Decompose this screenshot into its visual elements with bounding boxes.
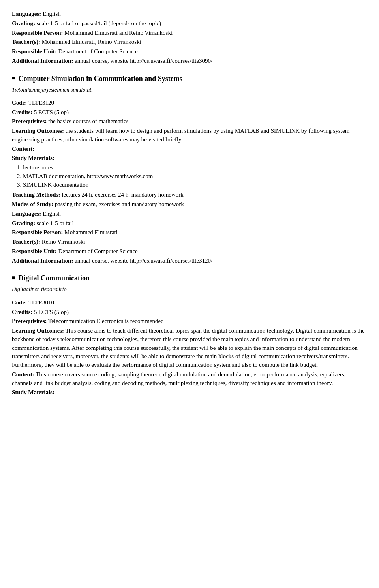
tlte3010-prerequisites-field: Prerequisites: Telecommunication Electro…	[12, 317, 367, 326]
tlte3120-teaching-methods-field: Teaching Methods: lectures 24 h, exercis…	[12, 191, 367, 199]
tlte3120-title-block: ■ Computer Simulation in Communication a…	[12, 73, 367, 84]
tlte3120-languages-value: English	[41, 210, 61, 217]
tlte3120-languages-field: Languages: English	[12, 210, 367, 218]
tlte3120-prerequisites-value: the basics courses of mathematics	[47, 118, 129, 124]
tlte3120-credits-label: Credits:	[12, 109, 32, 115]
tlte3010-learning-outcomes-value: This course aims to teach different theo…	[12, 327, 365, 368]
tlte3120-credits-value: 5 ECTS (5 op)	[32, 109, 69, 115]
grading-value: scale 1-5 or fail or passed/fail (depend…	[35, 20, 161, 26]
tlte3120-section: ■ Computer Simulation in Communication a…	[12, 73, 367, 265]
tlte3010-section: ■ Digital Communication Digitaalinen tie…	[12, 273, 367, 397]
additional-info-value: annual course, website http://cs.uwasa.f…	[73, 58, 212, 64]
tlte3120-teaching-methods-value: lectures 24 h, exercises 24 h, mandatory…	[60, 192, 183, 198]
tlte3010-study-materials-label: Study Materials:	[12, 389, 54, 395]
tlte3010-credits-label: Credits:	[12, 309, 32, 315]
grading-field: Grading: scale 1-5 or fail or passed/fai…	[12, 19, 367, 28]
course-icon: ■	[12, 74, 15, 82]
tlte3120-modes-of-study-label: Modes of Study:	[12, 201, 53, 207]
tlte3120-code-value: TLTE3120	[27, 100, 54, 106]
tlte3010-title-block: ■ Digital Communication	[12, 273, 367, 283]
tlte3120-content-field: Content:	[12, 145, 367, 154]
tlte3120-responsible-person-field: Responsible Person: Mohammed Elmusrati	[12, 228, 367, 237]
responsible-person-value: Mohammed Elmusrati and Reino Virrankoski	[63, 30, 173, 36]
teachers-value: Mohammed Elmusrati, Reino Virrankoski	[40, 39, 141, 45]
grading-label: Grading:	[12, 20, 35, 26]
tlte3120-subtitle: Tietoliikennejärjestelmien simulointi	[12, 86, 367, 94]
tlte3120-modes-of-study-field: Modes of Study: passing the exam, exerci…	[12, 200, 367, 209]
tlte3120-teachers-label: Teacher(s):	[12, 239, 40, 245]
languages-field: Languages: English	[12, 10, 367, 19]
tlte3120-modes-of-study-value: passing the exam, exercises and mandator…	[53, 201, 184, 207]
tlte3120-responsible-person-label: Responsible Person:	[12, 229, 63, 235]
tlte3010-credits-value: 5 ECTS (5 op)	[32, 309, 69, 315]
tlte3010-study-materials-field: Study Materials:	[12, 388, 367, 397]
tlte3120-responsible-unit-field: Responsible Unit: Department of Computer…	[12, 247, 367, 256]
responsible-unit-value: Department of Computer Science	[57, 48, 138, 54]
tlte3120-teachers-value: Reino Virrankoski	[40, 239, 85, 245]
tlte3120-teachers-field: Teacher(s): Reino Virrankoski	[12, 238, 367, 246]
list-item: lecture notes	[23, 163, 367, 172]
tlte3010-content-field: Content: This course covers source codin…	[12, 370, 367, 388]
teachers-field: Teacher(s): Mohammed Elmusrati, Reino Vi…	[12, 38, 367, 47]
tlte3010-credits-field: Credits: 5 ECTS (5 op)	[12, 308, 367, 317]
tlte3010-learning-outcomes-field: Learning Outcomes: This course aims to t…	[12, 327, 367, 370]
tlte3120-additional-info-value: annual course, website http://cs.uwasa.f…	[73, 257, 212, 264]
responsible-unit-field: Responsible Unit: Department of Computer…	[12, 47, 367, 56]
tlte3010-code-label: Code:	[12, 299, 27, 306]
tlte3120-grading-field: Grading: scale 1-5 or fail	[12, 219, 367, 228]
responsible-person-field: Responsible Person: Mohammed Elmusrati a…	[12, 29, 367, 38]
tlte3120-code-field: Code: TLTE3120	[12, 99, 367, 107]
tlte3120-additional-info-label: Additional Information:	[12, 257, 73, 264]
tlte3120-prerequisites-field: Prerequisites: the basics courses of mat…	[12, 117, 367, 126]
tlte3120-prerequisites-label: Prerequisites:	[12, 118, 47, 124]
tlte3120-responsible-unit-label: Responsible Unit:	[12, 248, 57, 254]
tlte3010-subtitle: Digitaalinen tiedonsiirto	[12, 286, 367, 293]
tlte3120-responsible-person-value: Mohammed Elmusrati	[63, 229, 118, 235]
tlte3120-study-materials-list: lecture notes MATLAB documentation, http…	[23, 163, 367, 189]
tlte3120-title: Computer Simulation in Communication and…	[18, 73, 182, 84]
tlte3120-additional-info-field: Additional Information: annual course, w…	[12, 257, 367, 265]
teachers-label: Teacher(s):	[12, 39, 40, 45]
tlte3010-content-label: Content:	[12, 371, 34, 378]
tlte3090-tail-section: Languages: English Grading: scale 1-5 or…	[12, 10, 367, 66]
tlte3010-content-value: This course covers source coding, sampli…	[12, 371, 345, 386]
responsible-person-label: Responsible Person:	[12, 30, 63, 36]
course-icon: ■	[12, 274, 15, 282]
tlte3120-learning-outcomes-label: Learning Outcomes:	[12, 128, 64, 134]
additional-info-field: Additional Information: annual course, w…	[12, 57, 367, 66]
tlte3120-languages-label: Languages:	[12, 210, 41, 217]
tlte3120-teaching-methods-label: Teaching Methods:	[12, 192, 60, 198]
tlte3010-code-value: TLTE3010	[27, 299, 54, 306]
tlte3120-learning-outcomes-field: Learning Outcomes: the students will lea…	[12, 127, 367, 144]
additional-info-label: Additional Information:	[12, 58, 73, 64]
tlte3120-study-materials-label: Study Materials:	[12, 155, 54, 161]
tlte3010-prerequisites-value: Telecommunication Electronics is recomme…	[47, 318, 164, 324]
tlte3010-prerequisites-label: Prerequisites:	[12, 318, 47, 324]
languages-value: English	[41, 11, 61, 17]
tlte3010-learning-outcomes-label: Learning Outcomes:	[12, 327, 64, 334]
tlte3010-code-field: Code: TLTE3010	[12, 299, 367, 307]
tlte3120-grading-value: scale 1-5 or fail	[35, 220, 73, 226]
languages-label: Languages:	[12, 11, 41, 17]
list-item: MATLAB documentation, http://www.mathwor…	[23, 172, 367, 181]
tlte3120-code-label: Code:	[12, 100, 27, 106]
tlte3120-credits-field: Credits: 5 ECTS (5 op)	[12, 108, 367, 117]
tlte3120-content-label: Content:	[12, 146, 34, 152]
tlte3120-responsible-unit-value: Department of Computer Science	[57, 248, 138, 254]
tlte3010-title: Digital Communication	[18, 273, 90, 283]
list-item: SIMULINK documentation	[23, 181, 367, 190]
tlte3120-grading-label: Grading:	[12, 220, 35, 226]
tlte3120-study-materials-field: Study Materials:	[12, 154, 367, 163]
responsible-unit-label: Responsible Unit:	[12, 48, 57, 54]
